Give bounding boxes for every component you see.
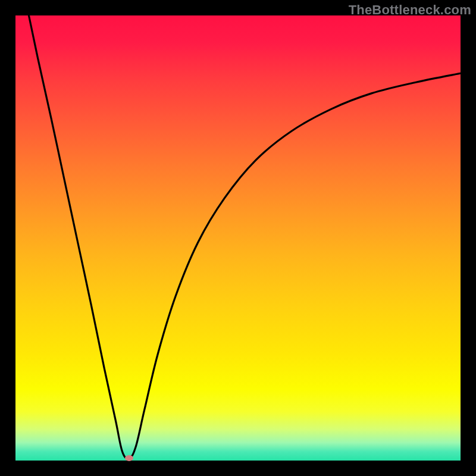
watermark-text: TheBottleneck.com — [349, 2, 471, 18]
chart-frame: TheBottleneck.com — [0, 0, 476, 476]
plot-area — [15, 15, 461, 461]
curve-path — [29, 15, 461, 459]
minimum-marker — [125, 455, 133, 461]
bottleneck-curve — [15, 15, 461, 461]
